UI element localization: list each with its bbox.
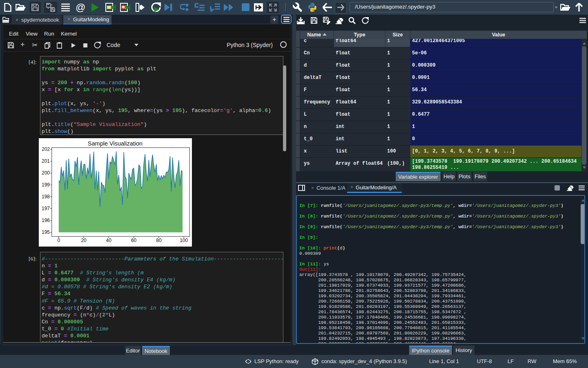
svg-text:20: 20 [81, 238, 87, 243]
svg-text:202: 202 [42, 146, 50, 152]
svg-text:80: 80 [156, 238, 162, 243]
svg-text:40: 40 [106, 238, 112, 243]
svg-text:100: 100 [180, 238, 188, 243]
svg-text:195: 195 [42, 229, 50, 235]
svg-text:196: 196 [42, 218, 50, 223]
svg-text:Sample Visualization: Sample Visualization [88, 140, 143, 147]
svg-text:198: 198 [42, 194, 50, 200]
svg-text:199: 199 [42, 182, 50, 188]
svg-text:200: 200 [42, 170, 50, 176]
svg-text:197: 197 [42, 206, 50, 211]
svg-text:0: 0 [57, 238, 60, 243]
svg-text:60: 60 [131, 238, 137, 243]
svg-text:201: 201 [42, 158, 50, 164]
